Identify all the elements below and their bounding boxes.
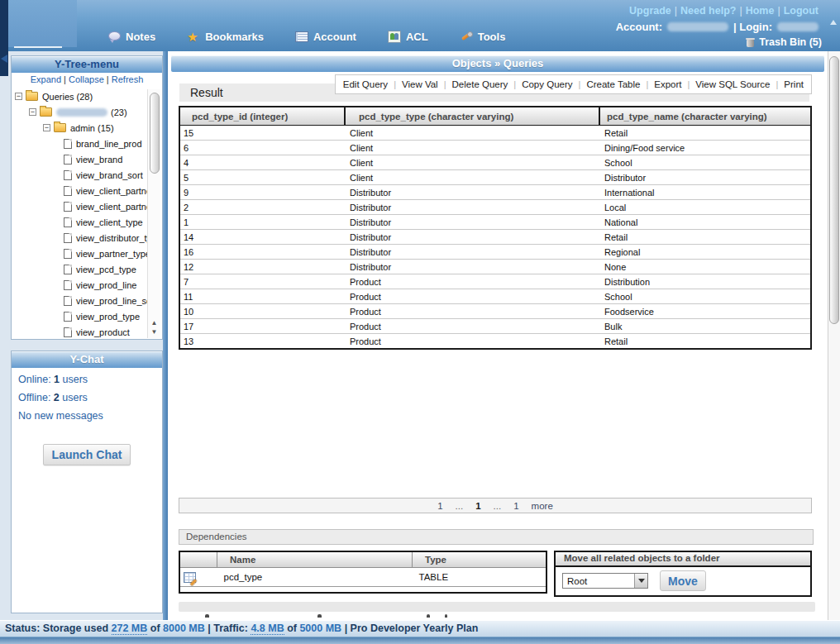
logo[interactable] [8,0,77,47]
table-cell: 17 [179,319,345,334]
nav-label: Tools [478,31,506,43]
tree-node-view-brand-sort[interactable]: view_brand_sort [12,167,162,183]
dependency-row[interactable]: pcd_type TABLE [180,568,546,587]
nav-acl[interactable]: ACL [388,30,428,43]
trash-bin-link[interactable]: Trash Bin (5) [746,36,822,48]
collapse-toggle-icon[interactable]: − [15,93,22,100]
page-link[interactable]: more [532,501,553,511]
file-icon [64,249,72,259]
table-row[interactable]: 6ClientDining/Food service [179,141,811,155]
tree-node-23[interactable]: −(23) [12,104,162,120]
table-row[interactable]: 13ProductRetail [179,334,811,350]
header-link-home[interactable]: Home [746,5,775,17]
table-row[interactable]: 1DistributorNational [179,215,811,230]
section-divider [179,602,815,612]
scroll-up-icon[interactable]: ▲ [149,318,160,327]
table-edit-icon[interactable] [184,572,196,583]
tree-node-view-client-partne[interactable]: view_client_partne [12,183,162,198]
bottom-edge [0,637,840,644]
separator: | [513,79,516,89]
tree-node-queries-28[interactable]: −Queries (28) [12,88,162,104]
page-link[interactable]: 1 [437,501,442,511]
tree-node-admin-15[interactable]: −admin (15) [12,120,162,136]
separator: | [687,79,690,89]
separator: | [444,79,446,89]
move-button[interactable]: Move [660,570,706,591]
account-row: Account:| Login: [616,21,819,33]
tree-node-view-brand[interactable]: view_brand [12,151,162,167]
toolbar-edit-query[interactable]: Edit Query [343,79,388,89]
toolbar-print[interactable]: Print [784,79,804,89]
header-link-upgrade[interactable]: Upgrade [629,5,671,17]
toolbar-create-table[interactable]: Create Table [586,79,640,89]
tree-node-label: view_client_partne [76,186,151,196]
separator: | [776,79,778,89]
chevron-down-icon[interactable] [634,574,647,588]
column-header-pcd-type-id[interactable]: pcd_type_id (integer) [179,107,345,126]
table-row[interactable]: 4ClientSchool [179,155,811,170]
table-row[interactable]: 2DistributorLocal [179,200,811,215]
nav-bookmarks[interactable]: Bookmarks [187,30,264,43]
tree-action-refresh[interactable]: Refresh [112,74,144,84]
status-text: Pro Developer Yearly Plan [351,623,479,634]
collapse-toggle-icon[interactable]: − [43,124,50,131]
header-link-logout[interactable]: Logout [784,5,819,17]
table-row[interactable]: 5ClientDistributor [179,170,811,185]
tree-node-brand-line-prod[interactable]: brand_line_prod [12,136,162,151]
page-scrollbar-thumb[interactable] [829,56,839,324]
status-text: | [341,623,350,634]
tree-node-view-partner-type[interactable]: view_partner_type [12,246,162,261]
status-link[interactable]: 272 MB [112,623,148,635]
table-row[interactable]: 9DistributorInternational [179,185,811,200]
scroll-down-icon[interactable]: ▼ [149,327,160,336]
tree-node-view-client-partne[interactable]: view_client_partne [12,198,162,214]
tree-node-view-prod-line[interactable]: view_prod_line [12,277,162,293]
table-row[interactable]: 17ProductBulk [179,319,811,334]
toolbar-delete-query[interactable]: Delete Query [452,79,508,89]
toolbar-export[interactable]: Export [654,79,681,89]
launch-chat-button[interactable]: Launch Chat [43,444,131,465]
status-link[interactable]: 5000 MB [299,623,341,634]
table-row[interactable]: 10ProductFoodservice [179,304,811,319]
table-row[interactable]: 16DistributorRegional [179,245,811,260]
table-row[interactable]: 14DistributorRetail [179,230,811,245]
header-link-need-help[interactable]: Need help? [680,5,736,17]
page-title: Objects » Queries [171,55,824,72]
tree-action-collapse[interactable]: Collapse [69,74,104,84]
page-scrollbar[interactable] [828,51,840,620]
column-header-pcd-type-type[interactable]: pcd_type_type (character varying) [345,107,599,126]
table-row[interactable]: 7ProductDistribution [179,274,811,289]
ellipsis: ... [456,501,464,511]
tree-node-view-product[interactable]: view_product [12,324,162,339]
table-cell: Distributor [345,260,599,274]
tree-node-label: Queries (28) [42,92,93,102]
tree-node-view-prod-line-sc[interactable]: view_prod_line_sc [12,293,162,308]
toolbar-view-val[interactable]: View Val [402,79,438,89]
tree-scrollbar-thumb[interactable] [150,93,160,174]
toolbar-copy-query[interactable]: Copy Query [522,79,572,89]
status-link[interactable]: 4.8 MB [251,623,284,635]
tree-action-expand[interactable]: Expand [31,74,61,84]
nav-tools[interactable]: Tools [460,30,506,43]
page-link[interactable]: 1 [513,501,518,511]
table-row[interactable]: 11ProductSchool [179,289,811,304]
table-row[interactable]: 12DistributorNone [179,260,811,274]
current-page[interactable]: 1 [475,501,480,511]
status-link[interactable]: 8000 MB [163,623,205,634]
tree-node-view-client-type[interactable]: view_client_type [12,214,162,230]
collapse-toggle-icon[interactable]: − [29,108,36,116]
nav-account[interactable]: Account [295,30,356,43]
toolbar-view-sql-source[interactable]: View SQL Source [695,79,770,89]
tree-node-view-pcd-type[interactable]: view_pcd_type [12,261,162,277]
tree-actions: Expand | Collapse | Refresh [12,73,162,87]
tree-node-view-prod-type[interactable]: view_prod_type [12,308,162,324]
table-row[interactable]: 15ClientRetail [179,126,811,141]
column-header-pcd-type-name[interactable]: pcd_type_name (character varying) [599,107,811,126]
tree-scrollbar[interactable]: ▲ ▼ [147,89,160,338]
folder-select[interactable]: Root [562,573,648,589]
tree-node-view-distributor-ty[interactable]: view_distributor_ty [12,230,162,246]
scrollbar-up-arrow[interactable] [830,20,837,25]
sidebar-collapse-arrow-icon[interactable] [1,55,7,63]
folder-icon [54,123,66,132]
nav-notes[interactable]: Notes [107,30,155,43]
